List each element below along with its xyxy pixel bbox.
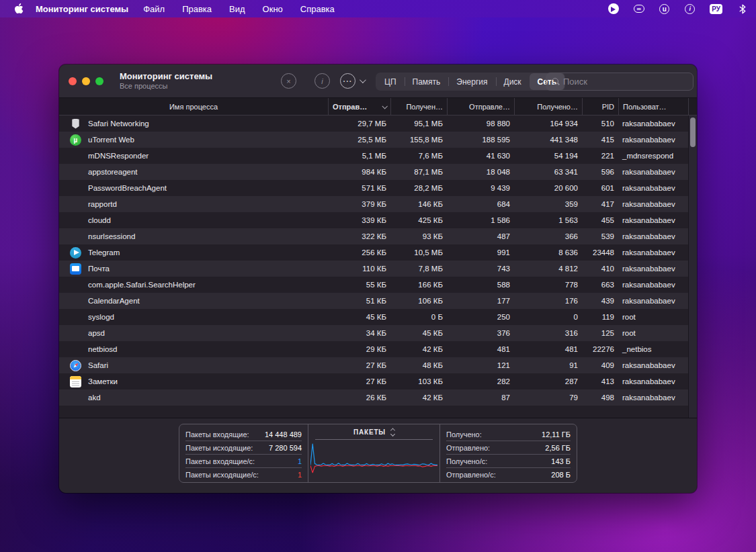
outgoing-series-line [310,466,437,473]
column-header-rcvd-packets[interactable]: Получено… [514,98,582,115]
menu-item[interactable]: Окно [263,4,283,14]
process-row[interactable]: Safari Networking 29,7 МБ 95,1 МБ 98 880… [59,116,688,132]
zoom-button[interactable] [95,77,103,85]
user-value: raksanababaev [618,200,688,208]
process-row[interactable]: apsd 34 КБ 45 КБ 376 316 125 root [59,325,688,341]
process-table: Safari Networking 29,7 МБ 95,1 МБ 98 880… [59,116,697,418]
process-app-icon [70,392,81,404]
pid-value: 413 [582,377,618,385]
process-app-icon [70,263,81,275]
process-name: nsurlsessiond [88,232,135,240]
input-source-badge[interactable]: РУ [710,4,722,14]
close-button[interactable] [69,77,77,85]
process-row[interactable]: rapportd 379 КБ 146 КБ 684 359 417 raksa… [59,196,688,212]
column-header-name[interactable]: Имя процесса [59,98,328,115]
process-row[interactable]: uTorrent Web 25,5 МБ 155,8 МБ 188 595 44… [59,132,688,148]
stat-value: 14 448 489 [265,430,302,439]
process-name: syslogd [88,313,114,321]
process-name: Telegram [88,248,120,257]
process-row[interactable]: Заметки 27 КБ 103 КБ 282 287 413 raksana… [59,373,688,389]
menu-item[interactable]: Справка [300,4,335,14]
utorrent-status-icon[interactable]: u [659,3,670,15]
rcvd-packets-value: 481 [514,345,582,353]
process-name-cell: Safari Networking [59,118,328,130]
column-header-sent-bytes[interactable]: Отправ… [328,98,390,115]
inspect-process-button[interactable]: i [314,73,330,89]
title-bar[interactable]: Мониторинг системы Все процессы × i ··· … [59,64,697,98]
chart-mode-stepper[interactable] [391,428,394,436]
sent-bytes-value: 339 КБ [328,216,390,224]
rcvd-packets-value: 1 563 [514,216,582,224]
stat-row: Пакеты исходящие/с: 1 [185,468,302,481]
process-name-cell: akd [59,392,328,404]
stat-row: Отправлено: 2,56 ГБ [446,441,571,455]
process-row[interactable]: netbiosd 29 КБ 42 КБ 481 481 22276 _netb… [59,341,688,357]
process-name-cell: PasswordBreachAgent [59,183,328,194]
more-options-button[interactable]: ··· [340,73,364,89]
tab[interactable]: Энергия [448,73,495,90]
tab[interactable]: ЦП [376,73,405,90]
telegram-status-icon[interactable] [607,3,619,15]
stat-label: Получено: [446,430,482,439]
rcvd-packets-value: 54 194 [514,152,582,160]
incoming-series-line [310,444,437,465]
sent-packets-value: 991 [447,248,514,257]
quit-process-button[interactable]: × [281,73,296,89]
menu-item[interactable]: Файл [143,4,165,14]
process-row[interactable]: cloudd 339 КБ 425 КБ 1 586 1 563 455 rak… [59,212,688,228]
process-name: Safari Networking [88,120,149,128]
apple-menu-icon[interactable] [14,3,24,14]
menu-item[interactable]: Правка [182,4,212,14]
sent-packets-value: 9 439 [447,184,514,192]
process-row[interactable]: PasswordBreachAgent 571 КБ 28,2 МБ 9 439… [59,180,688,196]
process-name-cell: com.apple.Safari.SearchHelper [59,279,328,291]
process-row[interactable]: Почта 110 КБ 7,8 МБ 743 4 812 410 raksan… [59,261,688,277]
process-row[interactable]: Telegram 256 КБ 10,5 МБ 991 8 636 23448 … [59,244,688,261]
pid-value: 539 [582,232,618,240]
column-header-user[interactable]: Пользоват… [618,98,688,115]
column-header-rcvd-bytes[interactable]: Получен… [390,98,447,115]
process-row[interactable]: mDNSResponder 5,1 МБ 7,6 МБ 41 630 54 19… [59,148,688,164]
scrollbar-track[interactable] [688,116,697,418]
network-summary-panel: Пакеты входящие: 14 448 489 Пакеты исход… [59,418,697,493]
pid-value: 125 [582,329,618,337]
rcvd-bytes-value: 155,8 МБ [390,136,447,144]
process-row[interactable]: appstoreagent 984 КБ 87,1 МБ 18 048 63 3… [59,164,688,180]
stat-value: 143 Б [551,457,571,465]
minimize-button[interactable] [82,77,90,85]
rcvd-bytes-value: 48 КБ [390,361,447,369]
search-input[interactable] [563,77,687,87]
process-app-icon [70,328,81,339]
tab[interactable]: Память [405,73,449,90]
view-tabs: ЦППамятьЭнергияДискСеть [376,73,565,91]
process-app-icon [70,376,81,387]
pid-value: 23448 [582,248,618,257]
process-name: mDNSResponder [88,152,149,160]
sent-packets-value: 282 [447,377,514,385]
packets-chart-box: ПАКЕТЫ [308,424,440,483]
process-row[interactable]: CalendarAgent 51 КБ 106 КБ 177 176 439 r… [59,293,688,309]
column-header-pid[interactable]: PID [582,98,618,115]
rcvd-packets-value: 91 [514,361,582,369]
process-row[interactable]: akd 26 КБ 42 КБ 87 79 498 raksanababaev [59,389,688,406]
process-row[interactable]: com.apple.Safari.SearchHelper 55 КБ 166 … [59,277,688,293]
process-row[interactable]: nsurlsessiond 322 КБ 93 КБ 487 366 539 r… [59,228,688,244]
sent-packets-value: 684 [447,200,514,208]
rcvd-bytes-value: 95,1 МБ [390,120,447,128]
scrollbar-thumb[interactable] [690,118,696,147]
menu-app-name[interactable]: Мониторинг системы [36,4,128,14]
search-field[interactable] [546,73,694,91]
sent-bytes-value: 26 КБ [328,394,390,402]
process-row[interactable]: Safari 27 КБ 48 КБ 121 91 409 raksanabab… [59,357,688,373]
process-row[interactable]: syslogd 45 КБ 0 Б 250 0 119 root [59,309,688,325]
info-status-icon[interactable]: i [684,3,696,15]
creative-cloud-status-icon[interactable]: ∞ [633,3,644,15]
process-name-cell: Telegram [59,247,328,259]
bluetooth-icon[interactable] [737,3,748,15]
sent-bytes-value: 34 КБ [328,329,390,337]
sent-packets-value: 376 [447,329,514,337]
stat-label: Пакеты входящие/с: [185,457,255,465]
tab[interactable]: Диск [496,73,530,90]
menu-item[interactable]: Вид [229,4,245,14]
column-header-sent-packets[interactable]: Отправле… [447,98,514,115]
